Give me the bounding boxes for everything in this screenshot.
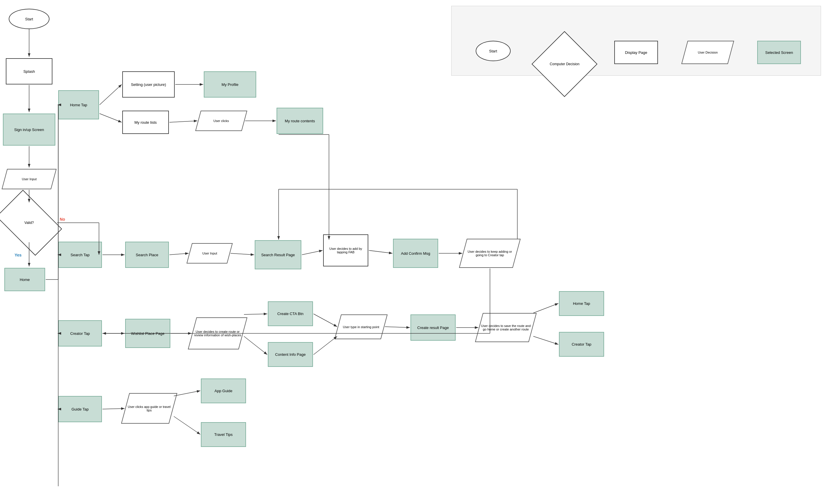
home-tap-node: Home Tap [58,90,99,119]
user-type-starting-label: User type in starting point [342,324,381,330]
user-input-2-node: User Input [187,243,233,263]
yes-label: Yes [14,253,22,257]
user-clicks-label: User clicks [212,118,230,124]
svg-line-42 [174,391,200,396]
my-profile-node: My Profile [204,71,256,98]
flowchart-canvas: Start Computer Decision Display Page Use… [0,0,830,504]
creator-tap-2-node: Creator Tap [559,332,604,357]
legend-display-page-label: Display Page [625,51,647,55]
my-profile-label: My Profile [222,83,238,87]
user-input-1-label: User Input [21,176,38,182]
svg-line-18 [169,121,197,122]
user-decides-keep-node: User decides to keep adding or going to … [459,239,521,268]
legend-selected-screen-label: Selected Screen [765,51,793,55]
guide-tap-node: Guide Tap [58,396,102,422]
home-tap-label: Home Tap [70,103,87,107]
create-result-page-label: Create result Page [417,325,449,330]
user-decides-save-label: User decides to save the route and go ho… [479,323,532,332]
svg-line-16 [100,114,122,122]
app-guide-label: App Guide [215,389,232,393]
home-node: Home [4,268,45,291]
travel-tips-node: Travel Tips [201,422,246,447]
user-decides-create-label: User decides to create route or review i… [193,329,243,338]
create-result-page-node: Create result Page [411,314,456,341]
user-type-starting-node: User type in starting point [334,314,388,339]
start-label: Start [25,17,33,21]
user-clicks-node: User clicks [195,111,248,131]
search-tap-node: Search Tap [58,242,102,268]
svg-line-21 [169,253,189,255]
valid-label: Valid? [23,220,35,226]
user-clicks-app-guide-node: User clicks app guide or travel tips [121,393,177,423]
svg-line-35 [314,314,337,327]
legend: Start Computer Decision Display Page Use… [451,6,821,76]
creator-tap-node: Creator Tap [58,320,102,346]
svg-line-43 [174,416,200,434]
setting-user-picture-label: Setting (user picture) [131,83,166,87]
legend-computer-decision-label: Computer Decision [548,61,580,67]
search-tap-label: Search Tap [70,253,90,257]
setting-user-picture-node: Setting (user picture) [122,71,175,98]
user-input-1-node: User Input [2,169,57,189]
home-tap-2-label: Home Tap [573,301,590,306]
svg-line-23 [302,250,323,255]
legend-selected-screen-shape: Selected Screen [757,41,801,64]
user-decides-create-node: User decides to create route or review i… [188,317,247,349]
user-decides-keep-label: User decides to keep adding or going to … [464,249,516,258]
home-label: Home [20,278,30,282]
travel-tips-label: Travel Tips [214,432,233,437]
splash-node: Splash [6,58,53,85]
sign-in-up-node: Sign in/up Screen [3,114,55,146]
user-input-2-label: User Input [201,250,218,256]
wishlist-place-page-label: Wishlist Place Page [131,332,164,336]
wishlist-place-page-node: Wishlist Place Page [125,319,170,348]
creator-tap-label: Creator Tap [70,332,90,336]
my-route-contents-label: My route contents [285,119,315,123]
app-guide-node: App Guide [201,379,246,403]
svg-line-41 [102,409,125,409]
legend-computer-decision-shape: Computer Decision [541,41,588,87]
my-route-lists-node: My route lists [122,111,169,134]
content-info-page-node: Content Info Page [268,342,313,367]
guide-tap-label: Guide Tap [71,407,89,411]
svg-line-15 [100,85,122,105]
svg-line-34 [244,336,267,355]
legend-start-label: Start [489,49,497,53]
user-decides-save-node: User decides to save the route and go ho… [475,313,537,342]
start-node: Start [9,9,50,29]
svg-line-24 [369,250,392,253]
svg-line-40 [533,336,558,344]
user-decides-add-label: User decides to add by tapping FAB [324,247,368,254]
svg-line-22 [230,253,254,255]
home-tap-2-node: Home Tap [559,291,604,316]
add-confirm-msg-label: Add Confirm Msg [401,251,430,256]
search-result-page-node: Search Result Page [255,240,301,269]
legend-start-shape: Start [476,41,511,61]
sign-in-up-label: Sign in/up Screen [14,128,44,132]
legend-display-page-shape: Display Page [614,41,658,64]
content-info-page-label: Content Info Page [275,352,306,357]
svg-line-39 [533,304,558,313]
svg-line-36 [314,336,337,355]
search-place-label: Search Place [136,253,158,257]
svg-line-37 [385,327,410,327]
search-place-node: Search Place [125,242,169,268]
svg-line-33 [244,314,267,314]
my-route-lists-label: My route lists [134,120,157,125]
legend-user-decision-label: User Decision [696,50,719,55]
no-label: No [60,217,65,222]
splash-label: Splash [23,69,35,74]
user-clicks-app-guide-label: User clicks app guide or travel tips [126,404,173,413]
legend-user-decision-shape: User Decision [681,41,734,64]
search-result-page-label: Search Result Page [261,253,295,257]
create-cta-btn-label: Create CTA Btn [277,312,304,316]
create-cta-btn-node: Create CTA Btn [268,301,313,326]
add-confirm-msg-node: Add Confirm Msg [393,239,438,268]
creator-tap-2-label: Creator Tap [572,342,592,346]
valid-node: Valid? [1,204,57,242]
user-decides-add-node: User decides to add by tapping FAB [323,234,368,266]
my-route-contents-node: My route contents [277,108,323,134]
